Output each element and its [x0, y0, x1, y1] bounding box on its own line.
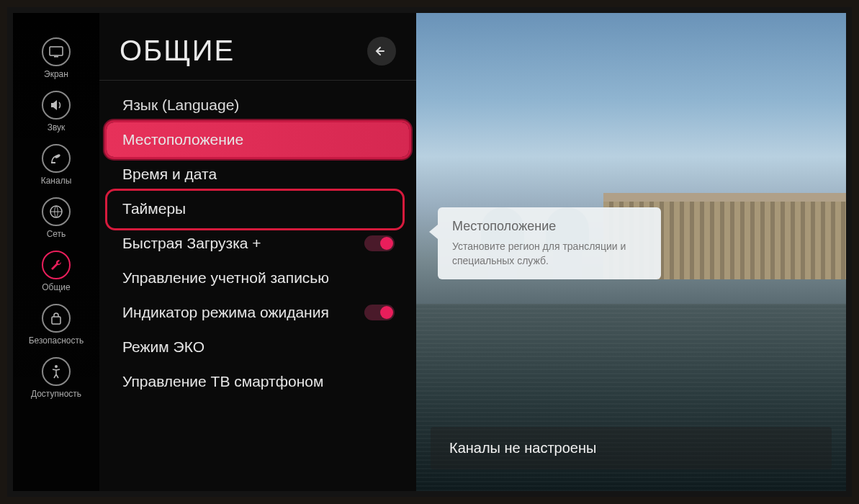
sidebar-item-accessibility[interactable]: Доступность [24, 354, 89, 402]
menu-item-label: Таймеры [122, 200, 186, 217]
menu-item-standby-led[interactable]: Индикатор режима ожидания [107, 295, 409, 330]
menu-item-language[interactable]: Язык (Language) [107, 88, 409, 122]
settings-panel: ОБЩИЕ Язык (Language) Местоположение Вре… [99, 13, 416, 491]
tooltip-title: Местоположение [452, 219, 647, 234]
back-button[interactable] [367, 37, 396, 66]
sidebar-label: Звук [48, 122, 66, 132]
background-preview: Местоположение Установите регион для тра… [416, 13, 846, 491]
menu-item-quickstart[interactable]: Быстрая Загрузка + [107, 226, 409, 261]
sidebar-item-screen[interactable]: Экран [24, 35, 89, 82]
lock-icon [42, 304, 71, 333]
help-tooltip: Местоположение Установите регион для тра… [438, 207, 661, 279]
sidebar-label: Безопасность [29, 336, 84, 346]
sidebar-label: Экран [44, 69, 68, 79]
back-icon [375, 45, 388, 57]
menu-list: Язык (Language) Местоположение Время и д… [99, 81, 416, 409]
menu-item-label: Индикатор режима ожидания [122, 304, 329, 321]
toggle-standby-led[interactable] [364, 305, 395, 320]
tooltip-body: Установите регион для трансляции и специ… [452, 240, 647, 268]
menu-item-account[interactable]: Управление учетной записью [107, 261, 409, 295]
sidebar-label: Общие [42, 282, 70, 292]
sidebar-item-general[interactable]: Общие [24, 248, 89, 295]
sidebar-label: Каналы [41, 176, 72, 186]
sidebar-item-security[interactable]: Безопасность [24, 301, 89, 348]
menu-item-label: Быстрая Загрузка + [122, 235, 261, 252]
menu-item-eco[interactable]: Режим ЭКО [107, 330, 409, 364]
sidebar-label: Сеть [47, 229, 66, 239]
globe-icon [42, 197, 71, 226]
menu-item-label: Управление ТВ смартфоном [122, 373, 323, 390]
sidebar-label: Доступность [31, 389, 81, 399]
sidebar-item-sound[interactable]: Звук [24, 88, 89, 135]
speaker-icon [42, 91, 71, 120]
accessibility-icon [42, 357, 71, 386]
sidebar-item-network[interactable]: Сеть [24, 194, 89, 242]
menu-item-label: Режим ЭКО [122, 338, 204, 356]
menu-item-label: Время и дата [122, 166, 217, 183]
menu-item-label: Местоположение [122, 131, 243, 148]
svg-rect-3 [51, 162, 55, 163]
menu-item-label: Управление учетной записью [122, 269, 329, 287]
panel-title: ОБЩИЕ [120, 35, 235, 67]
sidebar-item-channels[interactable]: Каналы [24, 141, 89, 189]
satellite-icon [42, 144, 71, 173]
svg-rect-1 [54, 56, 58, 58]
svg-point-6 [55, 365, 58, 368]
tv-icon [42, 37, 71, 66]
menu-item-timers[interactable]: Таймеры [107, 192, 409, 226]
menu-item-label: Язык (Language) [122, 96, 239, 114]
status-message: Каналы не настроены [449, 440, 596, 456]
menu-item-location[interactable]: Местоположение [107, 122, 409, 157]
svg-rect-0 [50, 47, 63, 55]
wrench-icon [42, 251, 71, 279]
toggle-quickstart[interactable] [364, 235, 395, 251]
menu-item-datetime[interactable]: Время и дата [107, 157, 409, 192]
status-bar: Каналы не настроены [431, 427, 832, 469]
menu-item-phone-control[interactable]: Управление ТВ смартфоном [107, 364, 409, 399]
settings-sidebar: Экран Звук Каналы [13, 13, 99, 491]
svg-rect-5 [52, 317, 60, 324]
